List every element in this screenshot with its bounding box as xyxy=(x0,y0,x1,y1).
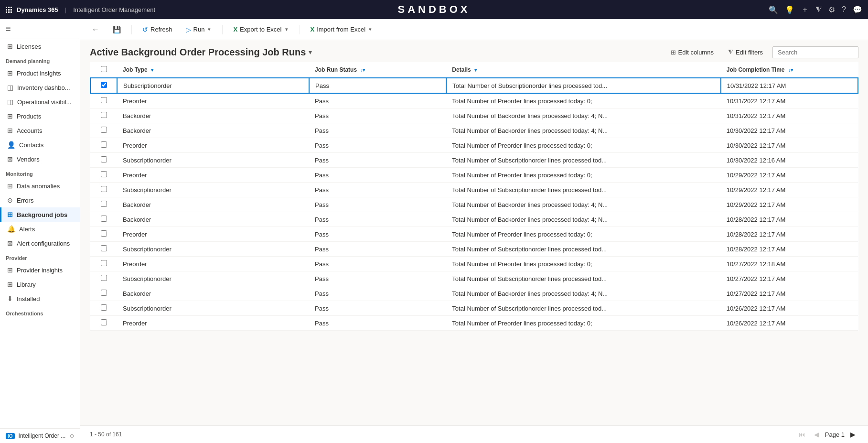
sidebar-item-data-anomalies[interactable]: ⊞ Data anomalies xyxy=(0,179,80,193)
table-row[interactable]: BackorderPassTotal Number of Backorder l… xyxy=(90,286,858,301)
help-icon[interactable]: ? xyxy=(842,5,846,14)
table-row[interactable]: PreorderPassTotal Number of Preorder lin… xyxy=(90,316,858,331)
table-row[interactable]: PreorderPassTotal Number of Preorder lin… xyxy=(90,257,858,271)
sidebar-item-vendors[interactable]: ⊠ Vendors xyxy=(0,152,80,166)
cell-completion-time: 10/26/2022 12:17 AM xyxy=(721,316,858,331)
sidebar-item-provider-insights[interactable]: ⊞ Provider insights xyxy=(0,263,80,277)
row-checkbox[interactable] xyxy=(101,275,107,281)
table-row[interactable]: BackorderPassTotal Number of Backorder l… xyxy=(90,108,858,123)
chat-icon[interactable]: 💬 xyxy=(853,5,862,14)
export-excel-button[interactable]: X Export to Excel ▾ xyxy=(228,22,293,36)
row-checkbox[interactable] xyxy=(101,82,107,88)
col-header-job-run-status[interactable]: Job Run Status ↓▾ xyxy=(309,62,446,78)
run-button[interactable]: ▷ Run ▾ xyxy=(181,22,217,36)
cell-details: Total Number of Preorder lines processed… xyxy=(446,227,720,242)
table-footer: 1 - 50 of 161 ⏮ ◀ Page 1 ▶ xyxy=(80,425,868,443)
table-row[interactable]: BackorderPassTotal Number of Backorder l… xyxy=(90,212,858,227)
row-checkbox[interactable] xyxy=(101,141,107,148)
sidebar-item-background-jobs[interactable]: ⊞ Background jobs xyxy=(0,207,80,222)
cell-status: Pass xyxy=(309,271,446,286)
sidebar-item-accounts[interactable]: ⊞ Accounts xyxy=(0,123,80,138)
table-row[interactable]: SubscriptionorderPassTotal Number of Sub… xyxy=(90,153,858,168)
sidebar-item-label: Product insights xyxy=(17,70,61,77)
back-button[interactable]: ← xyxy=(87,23,104,36)
run-caret[interactable]: ▾ xyxy=(207,24,212,34)
edit-filters-button[interactable]: ⧨ Edit filters xyxy=(723,46,768,58)
save-icon: 💾 xyxy=(113,26,121,33)
cell-status: Pass xyxy=(309,93,446,108)
cell-completion-time: 10/28/2022 12:17 AM xyxy=(721,242,858,257)
row-checkbox[interactable] xyxy=(101,186,107,192)
row-checkbox[interactable] xyxy=(101,319,107,325)
row-checkbox[interactable] xyxy=(101,201,107,207)
refresh-label: Refresh xyxy=(150,26,172,33)
app-switcher-icon[interactable] xyxy=(6,7,12,13)
sidebar-toggle[interactable]: ≡ xyxy=(0,19,80,39)
sidebar-item-errors[interactable]: ⊙ Errors xyxy=(0,193,80,207)
table-row[interactable]: PreorderPassTotal Number of Preorder lin… xyxy=(90,227,858,242)
table-row[interactable]: SubscriptionorderPassTotal Number of Sub… xyxy=(90,242,858,257)
cell-completion-time: 10/28/2022 12:17 AM xyxy=(721,212,858,227)
row-checkbox[interactable] xyxy=(101,127,107,133)
settings-icon[interactable]: ⚙ xyxy=(828,5,835,14)
table-row[interactable]: BackorderPassTotal Number of Backorder l… xyxy=(90,197,858,212)
sidebar-bottom-app[interactable]: IO Intelligent Order ... ◇ xyxy=(0,428,80,443)
cell-details: Total Number of Subscriptionorder lines … xyxy=(446,78,720,93)
row-checkbox[interactable] xyxy=(101,230,107,237)
sidebar-item-alerts[interactable]: 🔔 Alerts xyxy=(0,222,80,236)
sidebar-item-inventory-dashboard[interactable]: ◫ Inventory dashbo... xyxy=(0,80,80,95)
select-all-checkbox[interactable] xyxy=(90,62,117,78)
row-checkbox[interactable] xyxy=(101,260,107,266)
sidebar-item-library[interactable]: ⊞ Library xyxy=(0,277,80,292)
lightbulb-icon[interactable]: 💡 xyxy=(785,5,794,14)
table-row[interactable]: SubscriptionorderPassTotal Number of Sub… xyxy=(90,271,858,286)
sidebar-item-licenses[interactable]: ⊞ Licenses xyxy=(0,39,80,54)
col-header-job-type[interactable]: Job Type ▾ xyxy=(117,62,309,78)
export-caret[interactable]: ▾ xyxy=(284,24,289,34)
table-row[interactable]: SubscriptionorderPassTotal Number of Sub… xyxy=(90,301,858,316)
col-header-completion-time[interactable]: Job Completion Time ↓▾ xyxy=(721,62,858,78)
plus-icon[interactable]: ＋ xyxy=(801,5,809,15)
page-title-caret[interactable]: ▾ xyxy=(309,48,312,56)
row-checkbox[interactable] xyxy=(101,216,107,222)
row-checkbox[interactable] xyxy=(101,304,107,311)
first-page-button[interactable]: ⏮ xyxy=(796,430,808,439)
row-checkbox[interactable] xyxy=(101,245,107,251)
prev-page-button[interactable]: ◀ xyxy=(811,430,822,439)
cell-job-type: Backorder xyxy=(117,197,309,212)
sidebar-section-demand: Demand planning xyxy=(0,54,80,66)
table-row[interactable]: BackorderPassTotal Number of Backorder l… xyxy=(90,123,858,138)
sidebar-item-operational-visibility[interactable]: ◫ Operational visibil... xyxy=(0,95,80,109)
col-header-details[interactable]: Details ▾ xyxy=(446,62,720,78)
search-input[interactable] xyxy=(772,46,858,58)
library-icon: ⊞ xyxy=(7,281,13,288)
sidebar-item-products[interactable]: ⊞ Products xyxy=(0,109,80,123)
sidebar-item-contacts[interactable]: 👤 Contacts xyxy=(0,138,80,152)
alert-config-icon: ⊠ xyxy=(7,239,13,247)
sidebar-item-installed[interactable]: ⬇ Installed xyxy=(0,292,80,306)
header-checkbox[interactable] xyxy=(101,66,107,72)
row-checkbox[interactable] xyxy=(101,156,107,162)
brand-name[interactable]: Dynamics 365 xyxy=(17,6,58,13)
row-checkbox[interactable] xyxy=(101,97,107,103)
cell-status: Pass xyxy=(309,183,446,197)
refresh-button[interactable]: ↺ Refresh xyxy=(138,24,177,35)
table-row[interactable]: PreorderPassTotal Number of Preorder lin… xyxy=(90,93,858,108)
edit-columns-button[interactable]: ⊞ Edit columns xyxy=(666,46,718,58)
save-button[interactable]: 💾 xyxy=(108,24,126,35)
row-checkbox[interactable] xyxy=(101,112,107,118)
table-header-row: Job Type ▾ Job Run Status ↓▾ Details ▾ xyxy=(90,62,858,78)
import-caret[interactable]: ▾ xyxy=(368,24,373,34)
import-excel-button[interactable]: X Import from Excel ▾ xyxy=(306,22,378,36)
table-row[interactable]: SubscriptionorderPassTotal Number of Sub… xyxy=(90,78,858,93)
table-row[interactable]: SubscriptionorderPassTotal Number of Sub… xyxy=(90,183,858,197)
row-checkbox[interactable] xyxy=(101,171,107,177)
table-row[interactable]: PreorderPassTotal Number of Preorder lin… xyxy=(90,168,858,183)
table-row[interactable]: PreorderPassTotal Number of Preorder lin… xyxy=(90,138,858,153)
row-checkbox[interactable] xyxy=(101,290,107,296)
next-page-button[interactable]: ▶ xyxy=(847,430,858,439)
search-icon[interactable]: 🔍 xyxy=(769,5,778,14)
filter-icon[interactable]: ⧨ xyxy=(815,5,822,14)
sidebar-item-alert-configurations[interactable]: ⊠ Alert configurations xyxy=(0,236,80,250)
sidebar-item-product-insights[interactable]: ⊞ Product insights xyxy=(0,66,80,80)
